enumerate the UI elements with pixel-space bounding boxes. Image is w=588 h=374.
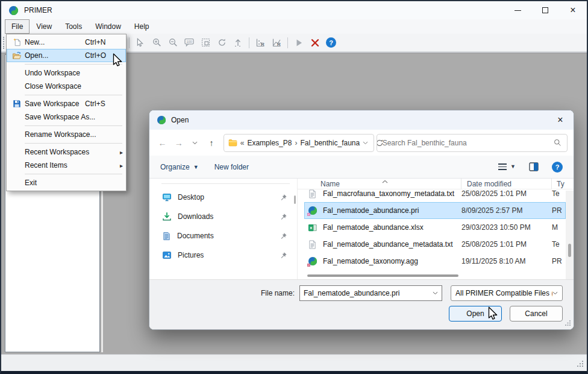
address-dropdown-chevron[interactable] <box>363 141 368 145</box>
dialog-sidebar: Desktop Downloads <box>149 179 297 279</box>
dialog-close-button[interactable]: × <box>547 110 574 130</box>
file-name: Fal_macrofauna_taxonomy_metadata.txt <box>318 189 461 198</box>
organize-button[interactable]: Organize ▼ <box>160 163 199 171</box>
menu-item-save-workspace-as[interactable]: Save Workspace As... <box>7 110 126 124</box>
file-date: 25/08/2025 1:01 PM <box>461 189 552 198</box>
filename-input[interactable] <box>304 289 433 297</box>
menu-tools[interactable]: Tools <box>58 19 89 34</box>
breadcrumb-overflow[interactable]: « <box>240 139 245 147</box>
menu-item-save-workspace[interactable]: Save Workspace Ctrl+S <box>7 97 126 110</box>
up-button[interactable]: ↑ <box>205 136 219 150</box>
file-row-selected[interactable]: Fal_nematode_abundance.pri 8/09/2025 2:5… <box>304 202 566 219</box>
menu-item-label: Save Workspace <box>25 100 85 108</box>
zoom-in-icon[interactable] <box>151 37 162 48</box>
mouse-cursor <box>488 306 498 322</box>
horizontal-scrollbar[interactable] <box>304 273 565 279</box>
recent-locations-chevron[interactable] <box>188 136 202 150</box>
menu-file[interactable]: File <box>5 19 30 34</box>
folder-icon <box>228 139 237 147</box>
sidebar-scrollbar[interactable] <box>294 195 296 204</box>
sidebar-item-pictures[interactable]: Pictures <box>149 246 297 265</box>
submenu-arrow-icon: ▸ <box>116 149 123 156</box>
forward-button[interactable]: → <box>172 136 186 150</box>
sidebar-item-documents[interactable]: Documents <box>149 226 297 246</box>
menu-item-close-workspace[interactable]: Close Workspace <box>7 80 126 93</box>
horizontal-scrollbar-thumb[interactable] <box>307 274 458 277</box>
preview-pane-icon[interactable] <box>529 162 539 171</box>
select-region-icon[interactable] <box>200 37 211 48</box>
mouse-cursor <box>113 53 123 69</box>
filename-combobox[interactable] <box>299 285 442 301</box>
matrix-plot-icon[interactable]: R <box>271 37 282 48</box>
menu-item-label: Exit <box>25 179 115 187</box>
close-icon: × <box>557 115 563 125</box>
column-header-type[interactable]: Ty <box>552 180 574 188</box>
file-name: Fal_nematode_abundance.xlsx <box>318 223 461 232</box>
back-button[interactable]: ← <box>155 136 169 150</box>
refresh-icon[interactable] <box>216 37 227 48</box>
run-icon[interactable] <box>293 37 304 48</box>
zoom-100-icon[interactable]: 100 <box>184 37 195 48</box>
primer-logo-icon <box>8 5 19 16</box>
sidebar-item-label: Pictures <box>178 251 204 259</box>
sidebar-item-desktop[interactable]: Desktop <box>149 188 297 207</box>
pointer-tool-icon[interactable] <box>135 37 146 48</box>
dialog-resize-grip[interactable] <box>565 319 571 328</box>
stop-icon[interactable] <box>310 37 321 48</box>
address-bar[interactable]: « Examples_P8 › Fal_benthic_fauna <box>224 134 374 152</box>
column-header-date-modified[interactable]: Date modified <box>461 179 552 189</box>
menu-item-rename-workspace[interactable]: Rename Workspace... <box>7 128 126 141</box>
breadcrumb-segment[interactable]: Examples_P8 <box>247 139 292 147</box>
zoom-out-icon[interactable] <box>167 37 178 48</box>
minimize-button[interactable] <box>504 1 531 19</box>
menu-view[interactable]: View <box>30 19 58 34</box>
view-mode-button[interactable]: ▼ <box>498 163 516 170</box>
help-icon[interactable]: ? <box>552 162 563 173</box>
column-header-name[interactable]: Name <box>298 179 461 189</box>
file-row[interactable]: Fal_nematode_taxonomy.agg 19/11/2025 8:1… <box>304 253 566 270</box>
filetype-dropdown[interactable]: All PRIMER Compatible Files (*. <box>451 285 563 301</box>
chevron-down-icon[interactable] <box>433 291 438 295</box>
menu-item-open[interactable]: Open... Ctrl+O <box>7 49 126 62</box>
sidebar-separator <box>161 183 290 184</box>
window-resize-grip[interactable] <box>577 360 584 369</box>
menu-window[interactable]: Window <box>89 19 128 34</box>
search-box[interactable] <box>377 134 568 152</box>
sidebar-item-downloads[interactable]: Downloads <box>149 207 297 226</box>
file-row[interactable]: Fal_nematode_abundance_metadata.txt 25/0… <box>304 236 566 253</box>
search-icon <box>554 139 561 147</box>
menu-separator <box>25 143 122 144</box>
filetype-value: All PRIMER Compatible Files (*. <box>455 289 552 297</box>
promote-icon[interactable] <box>233 37 243 48</box>
search-input[interactable] <box>383 139 554 147</box>
primer-main-window: PRIMER × File View Tools Window Help <box>0 0 588 374</box>
filename-label: File name: <box>261 289 295 297</box>
submenu-arrow-icon: ▸ <box>116 162 123 169</box>
menu-item-label: Open... <box>25 51 85 60</box>
excel-file-icon: x <box>308 223 318 232</box>
menu-separator <box>25 95 122 95</box>
chevron-down-icon: ▼ <box>193 164 199 170</box>
menu-help[interactable]: Help <box>128 19 156 34</box>
menu-item-exit[interactable]: Exit <box>7 176 126 189</box>
pin-icon <box>280 194 287 201</box>
new-folder-button[interactable]: New folder <box>214 163 249 171</box>
maximize-button[interactable] <box>531 1 559 19</box>
file-type: Te <box>552 240 565 249</box>
help-icon[interactable]: ? <box>326 37 336 48</box>
file-row[interactable]: x Fal_nematode_abundance.xlsx 29/03/2023… <box>304 219 566 236</box>
svg-text:x: x <box>310 225 313 230</box>
toolbar-separator <box>129 37 130 48</box>
close-button[interactable]: × <box>559 1 587 19</box>
menu-item-recent-workspaces[interactable]: Recent Workspaces ▸ <box>7 145 126 159</box>
menu-item-undo-workspace[interactable]: Undo Workspace <box>7 66 126 80</box>
draftsman-plot-icon[interactable]: R <box>255 37 266 48</box>
file-date: 8/09/2025 2:57 PM <box>461 206 552 215</box>
menu-item-new[interactable]: New... Ctrl+N <box>7 36 126 49</box>
pin-icon <box>280 252 287 259</box>
maximize-icon <box>542 7 548 13</box>
breadcrumb-segment[interactable]: Fal_benthic_fauna <box>300 139 360 147</box>
menu-item-recent-items[interactable]: Recent Items ▸ <box>7 159 126 172</box>
cancel-button[interactable]: Cancel <box>510 306 563 322</box>
menu-item-label: Rename Workspace... <box>25 130 115 139</box>
